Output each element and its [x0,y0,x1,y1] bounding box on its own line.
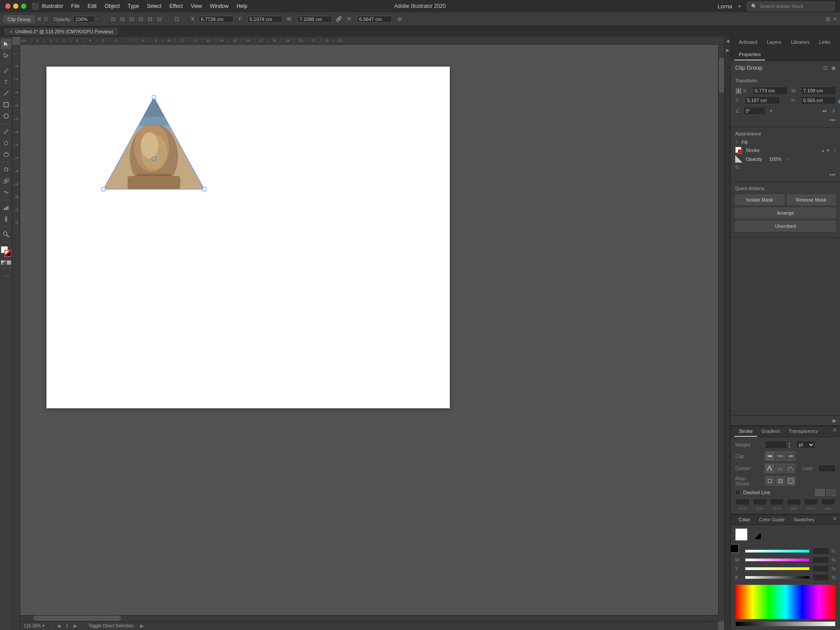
graph-tool[interactable] [1,202,11,213]
c-slider[interactable] [745,549,810,553]
menu-view[interactable]: View [191,3,202,9]
artwork-container[interactable] [101,95,202,189]
foreground-swatch[interactable] [735,528,747,541]
selection-tool[interactable] [1,39,11,49]
transform-reference-icon[interactable] [735,88,741,94]
none-swatch[interactable] [755,533,762,540]
menu-select[interactable]: Select [147,3,161,9]
tab-libraries[interactable]: Libraries [787,37,814,48]
y-input[interactable] [812,565,829,572]
type-tool[interactable]: T [1,77,11,87]
cap-round-btn[interactable] [776,451,785,461]
weight-spinner-arrows[interactable]: ▲ ▼ [788,442,791,448]
align-center-h-icon[interactable]: ⊟ [120,16,125,22]
locate-icon[interactable]: ⊡ [823,65,828,71]
corner-round-btn[interactable] [775,464,785,473]
more-tools[interactable]: ⋯ [1,271,11,281]
m-input[interactable] [812,556,829,563]
appearance-more-btn[interactable]: ••• [829,171,836,178]
align-bottom-icon[interactable]: ⊟ [157,16,162,22]
tab-transparency[interactable]: Transparency [784,426,822,437]
align-outside-stroke-btn[interactable] [786,476,796,486]
menu-object[interactable]: Object [104,3,120,9]
tab-gradient[interactable]: Gradient [757,426,784,437]
canvas-area[interactable]: cm 0 1 2 3 4 5 6 7 8 9 10 11 12 13 [12,37,724,630]
tab-stroke[interactable]: Stroke [734,426,757,437]
panel-collapse-icon[interactable]: ◀ [726,39,730,43]
direct-selection-tool[interactable] [1,50,11,60]
align-left-icon[interactable]: ⊟ [111,16,116,22]
dashed-style-2[interactable] [826,489,836,496]
align-inside-stroke-btn[interactable] [776,476,785,486]
gap-3-input[interactable] [821,499,835,505]
link-proportions-icon[interactable]: 🔗 [838,97,840,103]
panel-expand-icon[interactable]: ▶ [726,48,730,53]
dash-3-input[interactable] [804,499,818,505]
gap-1-input[interactable] [753,499,767,505]
paintbrush-tool[interactable] [1,126,11,137]
flip-v-icon[interactable]: ⇕ [832,108,836,114]
prev-artboard-btn[interactable]: ◀ [57,623,61,628]
opacity-input[interactable] [73,16,95,23]
user-dropdown-icon[interactable]: ▼ [737,4,742,9]
flip-h-icon[interactable]: ⇔ [822,108,826,114]
next-artboard-btn[interactable]: ▶ [74,623,77,628]
line-tool[interactable] [1,88,11,99]
panel-collapse-btn[interactable]: ▶ [833,418,836,424]
close-button[interactable] [5,4,11,9]
rectangle-tool[interactable] [1,99,11,110]
transform-w-input[interactable] [801,87,836,95]
cap-square-btn[interactable] [786,451,796,461]
tab-artboard[interactable]: Artboard [734,37,762,48]
opacity-chevron-p[interactable]: › [787,157,788,162]
zoom-tool[interactable] [1,229,11,240]
rotate-tool[interactable] [1,164,11,175]
transform-icon[interactable]: ⊕ [397,16,402,22]
transform-more-btn[interactable]: ••• [829,117,836,124]
artboard[interactable] [46,67,450,408]
tab-swatches[interactable]: Swatches [789,515,819,524]
ellipse-tool[interactable] [1,111,11,121]
zoom-display[interactable]: 116.26% ▼ [24,623,45,628]
dash-2-input[interactable] [770,499,784,505]
m-slider[interactable] [745,558,810,562]
stroke-panel-menu-btn[interactable]: ≡ [833,426,836,437]
stroke-arrows[interactable]: ▲ ▼ [821,148,830,153]
minimize-button[interactable] [13,4,18,9]
w-input[interactable] [297,16,332,23]
isolate-mask-button[interactable]: Isolate Mask [735,195,784,205]
stroke-color-swatch[interactable] [4,250,11,257]
align-center-v-icon[interactable]: ⊟ [148,16,153,22]
tab-layers[interactable]: Layers [762,37,786,48]
opacity-chevron[interactable]: › [97,17,98,21]
zoom-dropdown-icon[interactable]: ▼ [42,624,45,628]
corner-bevel-btn[interactable] [786,464,795,473]
tab-properties[interactable]: Properties [734,49,765,60]
arrange-button[interactable]: Arrange [735,208,836,218]
stroke-label[interactable]: Stroke [746,148,817,153]
cap-butt-btn[interactable] [765,451,775,461]
menu-illustrator[interactable]: Illustrator [42,3,63,9]
breadcrumb-clip-group[interactable]: Clip Group [4,15,35,23]
corner-miter-btn[interactable] [765,464,774,473]
dashed-checkbox[interactable] [735,490,740,495]
menu-help[interactable]: Help [236,3,247,9]
tab-color[interactable]: Color [734,515,755,524]
menu-type[interactable]: Type [128,3,139,9]
puppet-warp-tool[interactable] [1,214,11,224]
angle-input[interactable] [744,107,765,115]
distribute-icon[interactable]: ⊡ [174,16,179,22]
panel-toggle-icon[interactable]: ≡ [833,16,836,22]
align-top-icon[interactable]: ⊟ [139,16,143,22]
canvas-background[interactable] [20,45,724,621]
transform-x-input[interactable] [753,87,788,95]
y-slider[interactable] [745,567,810,570]
unembed-button[interactable]: Unembed [735,221,836,231]
vertical-scrollbar[interactable] [718,45,724,621]
c-input[interactable] [812,548,829,555]
dash-1-input[interactable] [736,499,750,505]
user-name[interactable]: Lorna [718,3,732,10]
stroke-more-icon[interactable]: › [834,147,836,153]
h-input[interactable] [357,16,392,23]
stroke-swatch-container[interactable] [735,147,742,154]
